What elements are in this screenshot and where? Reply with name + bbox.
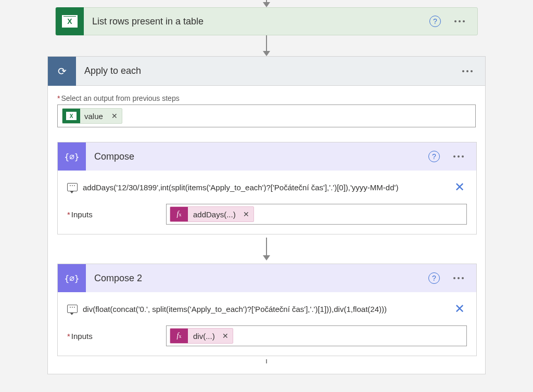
comment-icon [67,305,78,313]
more-menu-button[interactable] [450,152,467,161]
remove-chip-icon[interactable]: ✕ [239,210,253,218]
fx-chip-label-1: addDays(...) [188,210,239,219]
expression-text-2: div(float(concat('0.', split(items('Appl… [83,305,447,313]
remove-chip-icon[interactable]: ✕ [107,112,122,120]
connector-arrow-2 [263,238,270,260]
more-menu-button[interactable] [450,274,467,282]
dismiss-peek-button[interactable]: ✕ [452,178,467,197]
help-icon[interactable]: ? [428,151,440,162]
connector-arrow-top [0,0,533,7]
inputs-field-1[interactable]: fx addDays(...) ✕ [166,204,467,225]
excel-action-card[interactable]: X List rows present in a table ? [55,7,478,35]
fx-icon: fx [170,206,188,222]
value-token-chip[interactable]: X value ✕ [62,108,122,124]
compose-header-1[interactable]: {∅} Compose ? [58,142,476,171]
expression-text-1: addDays('12/30/1899',int(split(items('Ap… [83,183,447,192]
value-chip-label: value [80,112,107,121]
help-icon[interactable]: ? [428,272,440,284]
apply-to-each-card: ⟳ Apply to each *Select an output from p… [47,56,486,374]
more-menu-button[interactable] [451,17,468,25]
fx-expression-chip-1[interactable]: fx addDays(...) ✕ [170,206,254,222]
more-menu-button[interactable] [459,67,476,75]
data-operation-icon: {∅} [58,264,86,292]
excel-action-title: List rows present in a table [84,16,429,27]
data-operation-icon: {∅} [58,142,86,171]
dismiss-peek-button[interactable]: ✕ [452,299,467,318]
compose-header-2[interactable]: {∅} Compose 2 ? [58,264,476,292]
compose-card-2: {∅} Compose 2 ? div(float(concat('0.', s… [57,264,477,356]
comment-icon [67,183,78,191]
connector-arrow-1 [0,35,533,56]
inputs-param-label-1: *Inputs [67,210,166,219]
fx-expression-chip-2[interactable]: fx div(...) ✕ [170,328,233,344]
select-output-label: *Select an output from previous steps [57,94,476,102]
peek-code-row-1: addDays('12/30/1899',int(split(items('Ap… [67,178,467,197]
peek-code-row-2: div(float(concat('0.', split(items('Appl… [67,299,467,318]
fx-icon: fx [170,328,188,344]
compose-card-1: {∅} Compose ? addDays('12/30/1899',int(s… [57,142,477,234]
apply-to-each-title: Apply to each [76,66,459,76]
compose-title-1: Compose [86,151,428,162]
loop-icon: ⟳ [48,57,76,86]
select-output-input[interactable]: X value ✕ [57,104,476,127]
inputs-field-2[interactable]: fx div(...) ✕ [166,325,467,346]
excel-icon: X [62,108,80,124]
connector-arrow-3 [266,359,267,363]
inputs-param-label-2: *Inputs [67,332,166,341]
help-icon[interactable]: ? [429,16,441,27]
excel-icon: X [56,7,84,35]
compose-title-2: Compose 2 [86,273,428,284]
remove-chip-icon[interactable]: ✕ [218,332,233,340]
fx-chip-label-2: div(...) [188,332,218,341]
apply-to-each-header[interactable]: ⟳ Apply to each [48,57,485,86]
